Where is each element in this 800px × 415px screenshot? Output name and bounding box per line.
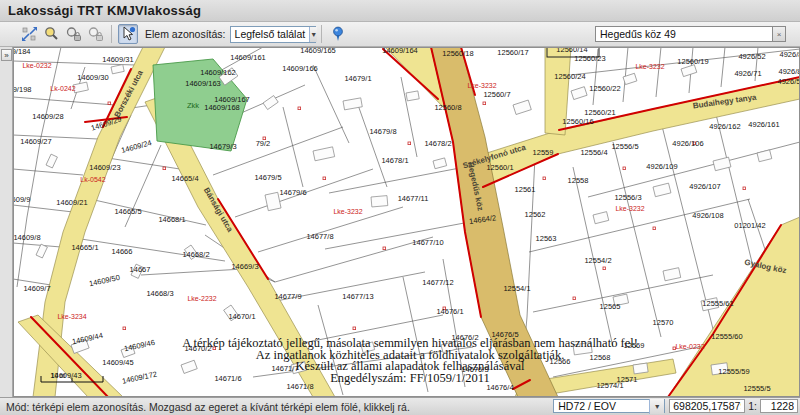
parcel-label: 12560/23 (574, 54, 605, 63)
identify-select[interactable]: Legfelső találat ▼ (230, 26, 316, 43)
parcel-label: 12568 (590, 353, 611, 362)
building-outline (406, 91, 419, 101)
parcel-label: 14609/162 (200, 68, 235, 77)
toolbar-separator (321, 25, 322, 43)
parcel-label: 12560/22 (589, 84, 620, 93)
parcel-label: 14609/168 (204, 103, 239, 112)
parcel-label: 14668/2 (182, 250, 209, 259)
parcel-label: 14669/3 (231, 262, 258, 271)
red-mark (383, 247, 386, 250)
pin-icon[interactable] (328, 24, 348, 44)
map-viewport[interactable]: 09/18414609/3114609/16114609/3014609/162… (13, 47, 800, 397)
zone-label: Lk-0242 (50, 85, 75, 92)
parcel-label: 12560/21 (584, 108, 615, 117)
red-mark (653, 227, 656, 230)
parcel-label: 14609/30 (77, 73, 108, 82)
red-mark (543, 177, 546, 180)
parcel-label: 14609/46 (123, 338, 155, 353)
parcel-label: 12555/5 (743, 384, 770, 393)
parcel-label: 12570 (653, 318, 674, 327)
zoom-glyph (43, 26, 59, 42)
toolbar-separator (111, 25, 112, 43)
zoom-lock-in-glyph (65, 26, 81, 42)
parcel-label: 14676/1 (436, 307, 463, 316)
search-input[interactable] (595, 26, 773, 42)
parcel-label: 14668/3 (146, 289, 173, 298)
zone-label: Lke-3232 (635, 63, 664, 70)
pan-arrows-glyph (21, 26, 38, 42)
red-mark (123, 327, 126, 330)
red-mark (298, 107, 301, 110)
zone-label: Lke-3232 (333, 208, 362, 215)
building-outline (111, 65, 124, 74)
building-outline (593, 212, 609, 224)
building-outline (181, 360, 197, 373)
parcel-label: 14609/165 (300, 47, 335, 55)
coordinates-field[interactable] (669, 399, 745, 413)
parcel-label: 14671/8 (286, 382, 313, 391)
zoom-icon[interactable] (41, 24, 61, 44)
parcel-label: 12574/1 (596, 381, 623, 390)
parcel-label: 79/2 (256, 139, 271, 148)
parcel-label: 14679/6 (279, 188, 306, 197)
parcel-label: 01201/42 (734, 221, 765, 230)
parcel-label: 12556/4 (580, 148, 607, 157)
parcel-label: 14677/12 (422, 278, 453, 287)
building-outline (663, 268, 681, 281)
parcel-label: 4926/109 (646, 162, 677, 171)
toolbar: Elem azonosítás: Legfelső találat ▼ × (0, 22, 800, 47)
parcel-label: 12560/7 (483, 90, 510, 99)
projection-select[interactable]: HD72 / EOV ▼ (553, 399, 665, 413)
parcel-label: 14609/172 (121, 369, 158, 385)
zoom-lock-in-icon[interactable] (63, 24, 83, 44)
zoom-lock-out-icon[interactable] (85, 24, 105, 44)
parcel-label: 14609/23 (89, 163, 120, 172)
building-outline (713, 157, 731, 171)
parcel-label: 4926/5 (778, 77, 800, 86)
red-mark (163, 167, 166, 170)
search-clear-label: × (777, 30, 782, 39)
expand-panel-button[interactable]: » (1, 49, 12, 61)
parcel-label: 14609/27 (20, 137, 51, 146)
parcel-label: 4926/108 (692, 211, 723, 220)
parcel-label: 14679/3 (209, 142, 236, 151)
parcel-label: 12555/61 (702, 299, 733, 308)
pan-arrows-icon[interactable] (19, 24, 39, 44)
search-clear-button[interactable]: × (773, 26, 786, 42)
cadastral-map[interactable]: 09/18414609/3114609/16114609/3014609/162… (13, 47, 800, 397)
parcel-label: 14609/50 (88, 273, 120, 288)
parcel-label: 09/198 (13, 85, 31, 94)
red-mark (603, 267, 606, 270)
parcel-label: 12558 (568, 176, 589, 185)
parcel-label: 12560/19 (677, 57, 708, 66)
parcel-label: 12565 (600, 302, 621, 311)
zone-label: Lke-0232 (675, 343, 704, 350)
parcel-label: 12556/5 (611, 142, 638, 151)
status-mode-text: Mód: térképi elem azonosítás. Mozgasd az… (6, 401, 410, 413)
building-outline (313, 147, 335, 161)
building-outline (571, 87, 587, 100)
parcel-label: 14665/4 (171, 174, 198, 183)
red-mark (108, 102, 111, 105)
red-mark (408, 142, 411, 145)
red-mark (743, 187, 746, 190)
parcel-label: 14679/8 (369, 127, 396, 136)
parcel-label: 12559 (533, 148, 554, 157)
parcel-label: 14676/4 (486, 383, 513, 392)
parcel-label: 14609/24 (120, 138, 153, 155)
parcel-label: 4926/161 (748, 120, 779, 129)
identify-cursor-icon (120, 26, 136, 42)
parcel-label: 4926/107 (689, 182, 720, 191)
red-mark (623, 167, 626, 170)
identify-label: Elem azonosítás: (145, 28, 226, 40)
parcel-label: 12560/18 (442, 49, 473, 58)
red-mark (353, 327, 356, 330)
red-mark (573, 297, 576, 300)
identify-tool-button[interactable] (118, 24, 138, 44)
parcel-label: 14679/1 (344, 74, 371, 83)
parcel-label: 14678/2 (424, 139, 451, 148)
red-mark (483, 102, 486, 105)
zone-label: Lke-0232 (22, 62, 51, 69)
scale-field[interactable] (760, 399, 798, 413)
zone-label: Lke-2232 (187, 295, 216, 302)
